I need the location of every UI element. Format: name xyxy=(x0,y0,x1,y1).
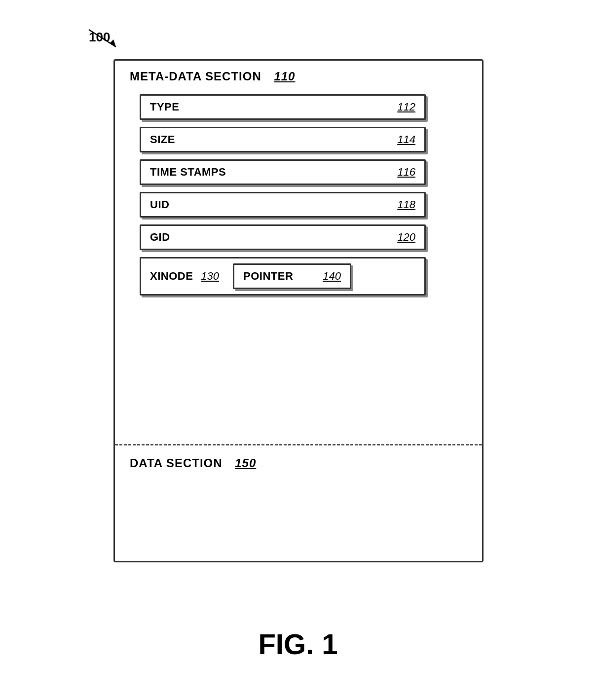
gid-field-box: GID 120 xyxy=(140,224,426,250)
timestamps-field-box: TIME STAMPS 116 xyxy=(140,159,426,185)
timestamps-ref: 116 xyxy=(397,166,415,179)
fig-caption: FIG. 1 xyxy=(258,627,337,661)
size-ref: 114 xyxy=(397,133,415,146)
data-section: DATA SECTION 150 xyxy=(115,445,482,561)
uid-ref: 118 xyxy=(397,198,415,211)
timestamps-label: TIME STAMPS xyxy=(150,166,226,179)
type-ref: 112 xyxy=(397,101,415,113)
data-section-title: DATA SECTION 150 xyxy=(130,456,256,470)
fields-area: TYPE 112 SIZE 114 TIME STAMPS 116 UID 11… xyxy=(130,94,467,295)
ref-label-100: 100 xyxy=(89,30,110,44)
type-label: TYPE xyxy=(150,101,179,113)
pointer-ref: 140 xyxy=(323,270,341,283)
size-label: SIZE xyxy=(150,133,175,146)
uid-field-box: UID 118 xyxy=(140,192,426,218)
diagram-ref-label: 100 xyxy=(89,30,110,45)
svg-marker-1 xyxy=(110,39,116,47)
meta-data-section: META-DATA SECTION 110 TYPE 112 SIZE 114 … xyxy=(115,61,482,445)
pointer-label: POINTER xyxy=(243,270,293,283)
type-field-box: TYPE 112 xyxy=(140,94,426,120)
uid-label: UID xyxy=(150,198,169,211)
xinode-row: XINODE 130 POINTER 140 xyxy=(140,257,426,295)
size-field-box: SIZE 114 xyxy=(140,127,426,152)
xinode-box: XINODE 130 POINTER 140 xyxy=(140,257,426,295)
xinode-label: XINODE xyxy=(150,270,193,283)
meta-data-ref: 110 xyxy=(274,70,295,83)
xinode-ref: 130 xyxy=(201,270,219,283)
meta-data-title: META-DATA SECTION 110 xyxy=(130,70,467,83)
data-section-ref: 150 xyxy=(235,456,256,470)
pointer-box: POINTER 140 xyxy=(233,263,351,289)
gid-label: GID xyxy=(150,231,170,244)
outer-box: META-DATA SECTION 110 TYPE 112 SIZE 114 … xyxy=(113,59,484,562)
page-container: 100 META-DATA SECTION 110 TYPE 112 SIZE … xyxy=(0,0,596,700)
gid-ref: 120 xyxy=(397,231,415,244)
